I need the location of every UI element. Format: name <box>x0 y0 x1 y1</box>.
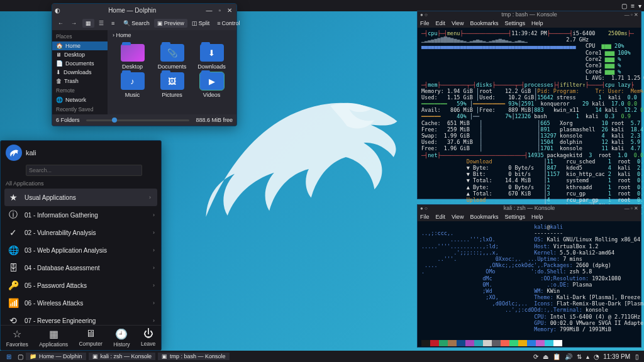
show-desktop-icon[interactable]: ▢ <box>15 353 26 360</box>
dolphin-window: ◐ Home — Dolphin — ▫ ✕ ← → ▦ ☰ ≡ 🔍 Searc… <box>52 3 237 126</box>
forward-button[interactable]: → <box>68 19 80 28</box>
taskbar-item[interactable]: ▣ tmp : bash — Konsole <box>158 353 230 360</box>
tray-clipboard-icon[interactable]: 📋 <box>553 353 560 360</box>
tray-usb-icon[interactable]: ⏏ <box>543 353 548 360</box>
breadcrumb[interactable]: › Home <box>108 30 236 40</box>
window-title: tmp : bash — Konsole <box>418 11 641 19</box>
tray-network-icon[interactable]: ⇅ <box>577 353 582 360</box>
tray-volume-icon[interactable]: 🔊 <box>565 353 572 360</box>
taskbar-launcher-icon[interactable]: ⊞ <box>3 353 15 360</box>
places-home[interactable]: 🏠 Home <box>52 41 108 50</box>
minimize-icon[interactable]: — <box>204 7 214 14</box>
minimize-icon[interactable]: — <box>625 206 630 211</box>
menu-view[interactable]: View <box>452 20 464 26</box>
chevron-right-icon: › <box>153 282 155 288</box>
tray-updates-icon[interactable]: ⟳ <box>533 353 538 360</box>
chevron-right-icon: › <box>153 265 155 271</box>
applications-icon: ▦ <box>39 328 68 340</box>
menu-edit[interactable]: Edit <box>436 214 446 220</box>
folder-item-desktop[interactable]: Desktop <box>114 44 151 70</box>
launcher-item[interactable]: 🔑 05 - Password Attacks › <box>1 277 161 294</box>
konsole-neofetch: kali : zsh — Konsole ● ○ — ▫ ✕ FileEditV… <box>417 204 641 348</box>
places-trash[interactable]: 🗑 Trash <box>52 77 108 85</box>
tray-chevron-icon[interactable]: ▴ <box>586 353 589 360</box>
menu-settings[interactable]: Settings <box>504 214 525 220</box>
launcher-tab-favorites[interactable]: ☆Favorites <box>6 328 28 348</box>
taskbar: ⊞ ▢ 📁 Home — Dolphin ▣ kali : zsh — Kons… <box>0 351 644 362</box>
chevron-right-icon: › <box>153 247 155 253</box>
menubar: FileEditViewBookmarksSettingsHelp <box>418 19 641 28</box>
search-button[interactable]: 🔍 Search <box>120 19 153 28</box>
launcher-tab-history[interactable]: 🕘History <box>113 328 130 348</box>
launcher-item-label: 04 - Database Assessment <box>25 265 100 272</box>
launcher-item-label: 06 - Wireless Attacks <box>25 300 83 307</box>
launcher-item[interactable]: ★ Usual Applications › <box>4 189 157 206</box>
launcher-tab-computer[interactable]: 🖥Computer <box>79 328 102 348</box>
panel-icon[interactable]: ▢ <box>621 3 627 9</box>
launcher-item[interactable]: ⓘ 01 - Information Gathering › <box>1 206 161 224</box>
places-desktop[interactable]: 🖥 Desktop <box>52 50 108 59</box>
launcher-item[interactable]: 📶 06 - Wireless Attacks › <box>1 294 161 312</box>
launcher-tab-applications[interactable]: ▦Applications <box>39 328 68 348</box>
taskbar-item[interactable]: 📁 Home — Dolphin <box>26 353 86 360</box>
menu-file[interactable]: File <box>420 20 430 26</box>
folder-label: Documents <box>153 63 191 70</box>
leave-icon: ⏻ <box>141 328 155 339</box>
menu-edit[interactable]: Edit <box>436 20 446 26</box>
close-icon[interactable]: ✕ <box>634 12 638 18</box>
folder-item-videos[interactable]: ▶ Videos <box>193 72 230 98</box>
maximize-icon[interactable]: ▫ <box>216 7 223 14</box>
free-space: 888.6 MiB free <box>196 117 233 123</box>
panel-menu-icon[interactable]: ▾ <box>638 3 641 9</box>
close-icon[interactable]: ✕ <box>634 206 638 211</box>
view-list-button[interactable]: ☰ <box>96 19 107 28</box>
view-tree-button[interactable]: ≡ <box>108 19 118 28</box>
menu-icon[interactable]: ◐ <box>55 7 60 14</box>
minimize-icon[interactable]: — <box>625 12 630 18</box>
dolphin-toolbar: ← → ▦ ☰ ≡ 🔍 Search ▣ Preview ◫ Split ≡ C… <box>52 16 236 30</box>
tray-notification-icon[interactable]: ◔ <box>594 353 599 360</box>
maximize-icon[interactable]: ▫ <box>631 206 633 211</box>
maximize-icon[interactable]: ▫ <box>631 12 633 18</box>
terminal-output[interactable]: kali@kali ..,;:ccc,. --------- ......'''… <box>418 221 641 349</box>
menu-help[interactable]: Help <box>531 214 543 220</box>
preview-button[interactable]: ▣ Preview <box>154 19 187 28</box>
view-icons-button[interactable]: ▦ <box>82 19 94 28</box>
places-documents[interactable]: 📄 Documents <box>52 59 108 68</box>
folder-item-documents[interactable]: 📎 Documents <box>153 44 191 70</box>
split-button[interactable]: ◫ Split <box>189 19 213 28</box>
launcher-item[interactable]: 🌐 03 - Web Application Analysis › <box>1 241 161 259</box>
category-icon: ⓘ <box>7 209 19 221</box>
panel-icon[interactable]: ≡ <box>631 3 635 9</box>
menu-help[interactable]: Help <box>531 20 543 26</box>
folder-item-music[interactable]: ♪ Music <box>114 72 151 98</box>
menu-icon[interactable]: ● ○ <box>420 12 428 18</box>
folder-label: Pictures <box>153 92 191 98</box>
menu-view[interactable]: View <box>452 214 464 220</box>
menu-file[interactable]: File <box>420 214 430 220</box>
back-button[interactable]: ← <box>55 19 67 28</box>
close-icon[interactable]: ✕ <box>225 7 234 14</box>
taskbar-item[interactable]: ▣ kali : zsh — Konsole <box>89 353 156 360</box>
clock[interactable]: 11:39 PM <box>603 353 630 360</box>
terminal-output[interactable]: ─┤cpu├─┤menu├──────────────┤11:39:42 PM├… <box>418 28 641 225</box>
show-desktop-button[interactable]: ▯ <box>635 353 639 360</box>
folder-item-downloads[interactable]: ⬇ Downloads <box>193 44 230 70</box>
launcher-item-label: 03 - Web Application Analysis <box>25 247 107 254</box>
launcher-item[interactable]: ✓ 02 - Vulnerability Analysis › <box>1 224 161 241</box>
menu-bookmarks[interactable]: Bookmarks <box>470 20 498 26</box>
control-button[interactable]: ≡ Control <box>214 19 243 28</box>
folder-item-pictures[interactable]: 🖼 Pictures <box>153 72 191 98</box>
launcher-item[interactable]: 🗄 04 - Database Assessment › <box>1 259 161 277</box>
menu-icon[interactable]: ● ○ <box>420 206 428 211</box>
menu-bookmarks[interactable]: Bookmarks <box>470 214 498 220</box>
menu-settings[interactable]: Settings <box>504 20 525 26</box>
titlebar[interactable]: ◐ Home — Dolphin — ▫ ✕ <box>52 4 236 16</box>
launcher-tab-leave[interactable]: ⏻Leave <box>141 328 155 348</box>
places-network[interactable]: 🌐 Network <box>52 96 108 104</box>
search-input[interactable] <box>26 165 142 176</box>
places-downloads[interactable]: ⬇ Downloads <box>52 68 108 77</box>
zoom-slider[interactable] <box>86 119 190 121</box>
folder-count: 6 Folders <box>56 117 80 123</box>
konsole-bashtop: tmp : bash — Konsole ● ○ — ▫ ✕ FileEditV… <box>417 11 641 199</box>
